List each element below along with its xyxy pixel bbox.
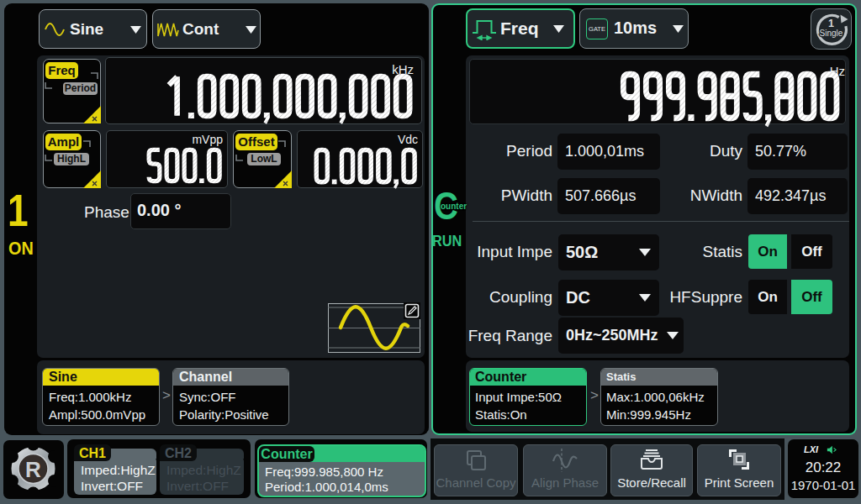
svg-text:Single: Single [820, 29, 843, 38]
svg-text:R: R [25, 457, 41, 482]
svg-text:1: 1 [828, 18, 834, 29]
